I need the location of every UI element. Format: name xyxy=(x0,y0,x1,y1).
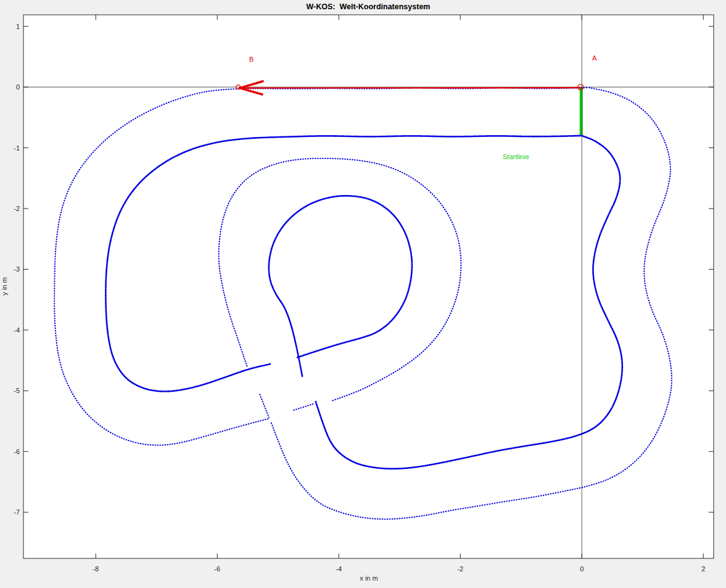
start-line-label: Startlinie xyxy=(503,153,529,160)
marker-b-label: B xyxy=(249,56,254,63)
y-tick-label: -1 xyxy=(14,144,20,152)
x-tick-label: 0 xyxy=(580,565,584,573)
x-tick-label: -4 xyxy=(336,565,342,573)
y-axis-label: y in m xyxy=(1,277,8,295)
plot-canvas: -8-6-4-20210-1-2-3-4-5-6-7 W-KOS: Welt-K… xyxy=(0,0,726,588)
y-tick-label: -2 xyxy=(14,205,20,212)
y-tick-label: -7 xyxy=(14,508,20,516)
y-tick-label: 0 xyxy=(16,83,20,91)
y-tick-label: -3 xyxy=(14,265,20,273)
marker-a-label: A xyxy=(592,54,597,62)
chart-title: W-KOS: Welt-Koordinatensystem xyxy=(307,2,431,11)
y-tick-label: -6 xyxy=(14,448,20,455)
x-tick-label: 2 xyxy=(701,565,705,573)
x-axis-label: x in m xyxy=(360,574,377,582)
plot-area xyxy=(23,15,714,558)
x-tick-label: -6 xyxy=(214,565,220,573)
y-tick-label: 1 xyxy=(16,23,20,30)
x-tick-label: -8 xyxy=(93,565,99,573)
x-tick-label: -2 xyxy=(457,565,463,573)
y-tick-label: -4 xyxy=(14,326,20,334)
matlab-figure: -8-6-4-20210-1-2-3-4-5-6-7 W-KOS: Welt-K… xyxy=(0,0,726,588)
y-tick-label: -5 xyxy=(14,387,20,394)
